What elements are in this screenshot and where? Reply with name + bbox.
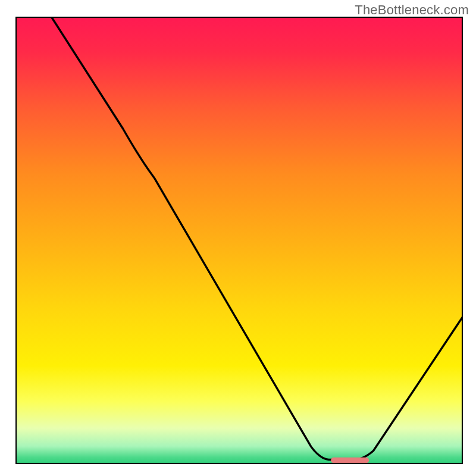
gradient-background (15, 17, 463, 464)
chart-svg (15, 17, 463, 464)
optimal-range-marker (331, 458, 369, 464)
watermark-text: TheBottleneck.com (355, 2, 469, 18)
chart-container (15, 17, 463, 464)
